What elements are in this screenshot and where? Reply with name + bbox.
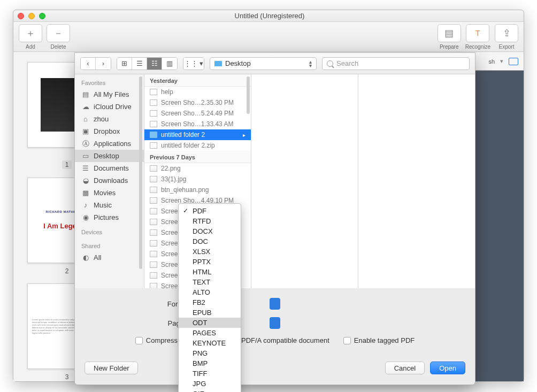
col-head-yesterday: Yesterday xyxy=(144,74,251,87)
tab-sh[interactable]: sh xyxy=(488,58,495,65)
format-option-pages[interactable]: PAGES xyxy=(179,328,241,338)
format-option-keynote[interactable]: KEYNOTE xyxy=(179,338,241,348)
open-button[interactable]: Open xyxy=(430,362,465,374)
chevron-right-icon: ▸ xyxy=(243,132,246,138)
desktop-icon: ▭ xyxy=(81,152,90,160)
view-columns-button[interactable]: ☷ xyxy=(147,58,162,70)
recognize-label: Recognize xyxy=(465,44,490,50)
prepare-button[interactable]: ▤ xyxy=(438,24,461,42)
file-33jpg[interactable]: 33(1).jpg xyxy=(144,174,251,185)
file-ss2[interactable]: Screen Sho…5.24.49 PM xyxy=(144,108,251,119)
network-icon: ◐ xyxy=(81,254,90,262)
chevron-updown-icon: ▴▾ xyxy=(309,60,312,67)
sidebar-item-music[interactable]: ♪Music xyxy=(75,199,144,211)
nav-forward-button[interactable]: › xyxy=(96,58,111,70)
delete-button[interactable]: － xyxy=(47,24,70,42)
view-list-button[interactable]: ☰ xyxy=(132,58,147,70)
sidebar-head-favorites: Favorites xyxy=(75,74,144,88)
image-icon xyxy=(150,219,157,225)
file-btn[interactable]: btn_qiehuan.png xyxy=(144,185,251,195)
main-toolbar: ＋ Add － Delete ▤ Prepare T Recognize ⇪ E… xyxy=(13,22,524,52)
file-help[interactable]: help xyxy=(144,87,251,97)
view-coverflow-button[interactable]: ▥ xyxy=(162,58,177,70)
recognize-button[interactable]: T xyxy=(466,24,489,42)
desktop-icon xyxy=(214,61,222,66)
format-option-bmp[interactable]: BMP xyxy=(179,358,241,368)
sidebar: Favorites ▤All My Files ☁iCloud Drive ⌂z… xyxy=(75,74,144,288)
document-icon xyxy=(150,99,157,106)
frame-icon[interactable] xyxy=(509,58,518,65)
file-uf2zip[interactable]: untitled folder 2.zip xyxy=(144,140,251,151)
format-option-docx[interactable]: DOCX xyxy=(179,226,241,236)
format-option-pptx[interactable]: PPTX xyxy=(179,257,241,267)
zoom-icon[interactable] xyxy=(39,13,45,19)
pages-popup-button[interactable] xyxy=(270,317,280,329)
file-untitled-folder-2[interactable]: untitled folder 2▸ xyxy=(144,129,251,140)
image-icon xyxy=(150,262,157,268)
column-scrollbar[interactable] xyxy=(247,76,250,114)
sidebar-item-downloads[interactable]: ◒Downloads xyxy=(75,174,144,187)
format-option-odt[interactable]: ODT xyxy=(179,318,241,328)
search-icon xyxy=(327,60,333,67)
arrange-menu[interactable]: ⋮⋮ ▾ xyxy=(183,57,204,70)
format-option-html[interactable]: HTML xyxy=(179,267,241,277)
format-option-epub[interactable]: EPUB xyxy=(179,308,241,318)
sidebar-item-allfiles[interactable]: ▤All My Files xyxy=(75,88,144,101)
sheet-toolbar: ‹ › ⊞ ☰ ☷ ▥ ⋮⋮ ▾ Desktop ▴▾ Search xyxy=(75,53,475,74)
window-controls xyxy=(18,13,45,19)
new-folder-button[interactable]: New Folder xyxy=(85,362,138,374)
format-option-alto[interactable]: ALTO xyxy=(179,287,241,297)
cancel-button[interactable]: Cancel xyxy=(385,362,425,374)
format-option-doc[interactable]: DOC xyxy=(179,236,241,247)
nav-back-button[interactable]: ‹ xyxy=(81,58,96,70)
format-option-png[interactable]: PNG xyxy=(179,348,241,358)
sidebar-item-desktop[interactable]: ▭Desktop xyxy=(75,150,144,162)
sidebar-item-icloud[interactable]: ☁iCloud Drive xyxy=(75,101,144,113)
format-option-xlsx[interactable]: XLSX xyxy=(179,247,241,257)
location-label: Desktop xyxy=(225,59,251,67)
view-icons-button[interactable]: ⊞ xyxy=(117,58,132,70)
sidebar-item-all[interactable]: ◐All xyxy=(75,251,144,264)
sidebar-scrollbar[interactable] xyxy=(139,76,142,269)
save-sheet: ‹ › ⊞ ☰ ☷ ▥ ⋮⋮ ▾ Desktop ▴▾ Search xyxy=(74,52,475,385)
sidebar-item-movies[interactable]: ▦Movies xyxy=(75,187,144,199)
document-icon xyxy=(150,121,157,127)
export-icon: ⇪ xyxy=(503,27,511,39)
search-input[interactable]: Search xyxy=(322,57,470,70)
documents-icon: ☰ xyxy=(81,165,90,172)
dropbox-icon: ▣ xyxy=(81,128,90,135)
file-ss1[interactable]: Screen Sho…2.35.30 PM xyxy=(144,97,251,108)
image-icon xyxy=(150,176,157,182)
format-label: Format xyxy=(88,300,189,308)
image-icon xyxy=(150,165,157,172)
format-option-pdf[interactable]: PDF xyxy=(179,206,241,216)
sidebar-item-applications[interactable]: ⒶApplications xyxy=(75,137,144,150)
sidebar-item-dropbox[interactable]: ▣Dropbox xyxy=(75,125,144,137)
pdfa-checkbox[interactable]: PDF/A compatible document xyxy=(231,336,329,344)
format-option-gif[interactable]: GIF xyxy=(179,389,241,392)
add-button[interactable]: ＋ xyxy=(19,24,42,42)
minimize-icon[interactable] xyxy=(28,13,35,19)
close-icon[interactable] xyxy=(18,13,24,19)
format-option-fb2[interactable]: FB2 xyxy=(179,297,241,308)
format-option-rtfd[interactable]: RTFD xyxy=(179,216,241,226)
format-option-jpg[interactable]: JPG xyxy=(179,379,241,389)
folder-icon xyxy=(150,132,157,138)
document-icon: ▤ xyxy=(444,27,454,39)
sidebar-item-documents[interactable]: ☰Documents xyxy=(75,162,144,174)
window-title: Untitled (Unregistered) xyxy=(45,12,494,20)
sidebar-item-zhou[interactable]: ⌂zhou xyxy=(75,113,144,125)
tagged-checkbox[interactable]: Enable tagged PDF xyxy=(343,336,415,344)
format-option-tiff[interactable]: TIFF xyxy=(179,368,241,379)
image-icon xyxy=(150,208,157,214)
file-22png[interactable]: 22.png xyxy=(144,163,251,174)
file-ss3[interactable]: Screen Sho…1.33.43 AM xyxy=(144,119,251,129)
export-button[interactable]: ⇪ xyxy=(495,24,518,42)
sidebar-item-pictures[interactable]: ◉Pictures xyxy=(75,211,144,224)
format-popup-button[interactable] xyxy=(270,298,280,310)
format-option-text[interactable]: TEXT xyxy=(179,277,241,287)
text-icon: T xyxy=(475,29,480,37)
format-dropdown: PDF RTFD DOCX DOC XLSX PPTX HTML TEXT AL… xyxy=(178,203,241,392)
location-popup[interactable]: Desktop ▴▾ xyxy=(210,57,317,70)
file-column-2 xyxy=(251,74,358,288)
